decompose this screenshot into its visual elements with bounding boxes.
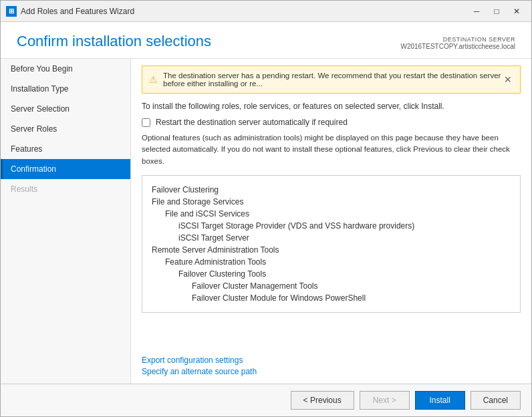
server-name: W2016TESTCOPY.artisticcheese.local (400, 43, 515, 50)
cancel-button[interactable]: Cancel (471, 391, 521, 410)
page-header: Confirm installation selections DESTINAT… (1, 22, 531, 59)
links-section: Export configuration settingsSpecify an … (131, 353, 531, 384)
feature-item: Failover Cluster Module for Windows Powe… (192, 292, 511, 304)
feature-item: Failover Clustering Tools (178, 268, 511, 280)
main-area: Before You BeginInstallation TypeServer … (1, 59, 531, 384)
restart-checkbox-row: Restart the destination server automatic… (142, 118, 521, 127)
install-button[interactable]: Install (415, 391, 465, 410)
sidebar-item-before-you-begin[interactable]: Before You Begin (1, 59, 130, 79)
feature-item: Failover Cluster Management Tools (192, 280, 511, 292)
features-box: Failover ClusteringFile and Storage Serv… (142, 175, 521, 313)
page-title: Confirm installation selections (17, 33, 211, 50)
feature-item: Remote Server Administration Tools (152, 244, 511, 256)
wizard-window: ⊞ Add Roles and Features Wizard ─ □ ✕ Co… (0, 0, 532, 417)
restore-button[interactable]: □ (487, 4, 506, 19)
warning-close-button[interactable]: ✕ (503, 74, 513, 85)
server-info: DESTINATION SERVER W2016TESTCOPY.artisti… (400, 36, 515, 50)
restart-checkbox-label: Restart the destination server automatic… (156, 118, 348, 127)
close-button[interactable]: ✕ (507, 4, 526, 19)
footer: < Previous Next > Install Cancel (1, 384, 531, 416)
server-label: DESTINATION SERVER (400, 36, 515, 43)
sidebar-item-installation-type[interactable]: Installation Type (1, 79, 130, 99)
previous-button[interactable]: < Previous (291, 391, 354, 410)
feature-item: File and Storage Services (152, 196, 511, 208)
title-bar: ⊞ Add Roles and Features Wizard ─ □ ✕ (1, 1, 531, 22)
feature-item: iSCSI Target Storage Provider (VDS and V… (178, 220, 511, 232)
app-icon: ⊞ (6, 6, 17, 17)
feature-item: Failover Clustering (152, 184, 511, 196)
source-path-link[interactable]: Specify an alternate source path (142, 367, 521, 376)
warning-icon: ⚠ (149, 74, 158, 85)
warning-text: The destination server has a pending res… (163, 72, 503, 88)
sidebar-item-results: Results (1, 179, 130, 199)
install-intro: To install the following roles, role ser… (142, 102, 521, 111)
sidebar: Before You BeginInstallation TypeServer … (1, 59, 131, 384)
minimize-button[interactable]: ─ (467, 4, 486, 19)
restart-checkbox[interactable] (142, 118, 150, 127)
next-button[interactable]: Next > (360, 391, 410, 410)
feature-item: Feature Administration Tools (165, 256, 511, 268)
optional-text: Optional features (such as administratio… (142, 132, 521, 167)
sidebar-item-confirmation[interactable]: Confirmation (1, 159, 130, 179)
title-bar-controls: ─ □ ✕ (467, 4, 526, 19)
feature-item: iSCSI Target Server (178, 232, 511, 244)
content-area: ⚠ The destination server has a pending r… (131, 59, 531, 384)
sidebar-item-server-selection[interactable]: Server Selection (1, 99, 130, 119)
content-inner: To install the following roles, role ser… (131, 99, 531, 353)
feature-item: File and iSCSI Services (165, 208, 511, 220)
export-link[interactable]: Export configuration settings (142, 356, 521, 365)
warning-banner: ⚠ The destination server has a pending r… (142, 65, 521, 94)
sidebar-item-features[interactable]: Features (1, 139, 130, 159)
sidebar-item-server-roles[interactable]: Server Roles (1, 119, 130, 139)
window-title: Add Roles and Features Wizard (21, 7, 467, 16)
